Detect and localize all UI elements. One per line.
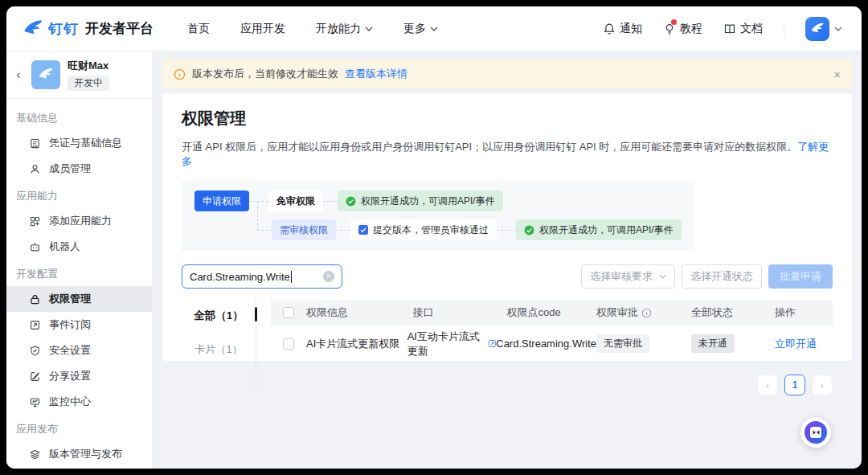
activate-now-link[interactable]: 立即开通 [775, 338, 817, 350]
sidebar-item-credentials[interactable]: 凭证与基础信息 [6, 130, 152, 156]
user-menu[interactable] [805, 17, 842, 41]
assistant-gradient-circle [805, 421, 827, 444]
permission-table: 权限信息 接口 权限点code 权限审批 全部状态 操作 [271, 300, 833, 395]
ai-assistant-button[interactable] [800, 417, 831, 448]
check-square-icon [358, 225, 368, 235]
page-description: 开通 API 权限后，应用才能以应用身份或用户身份调用钉钉API；以应用身份调用… [182, 140, 833, 169]
next-page-button[interactable]: › [812, 375, 833, 395]
table-row: AI卡片流式更新权限 AI互动卡片流式更新 Card.Streaming.Wri… [271, 326, 833, 362]
app-window: 钉钉 开发者平台 首页 应用开发 开放能力 更多 通知 教程 文档 [6, 6, 862, 469]
flow-connector [336, 230, 350, 231]
prev-page-button[interactable]: ‹ [757, 375, 778, 395]
permission-name: AI卡片流式更新权限 [306, 337, 407, 351]
logo-text-cn: 钉钉 [48, 19, 79, 39]
group-basic-info: 基础信息 [6, 104, 152, 130]
permission-card: 权限管理 开通 API 权限后，应用才能以应用身份或用户身份调用钉钉API；以应… [162, 93, 852, 361]
sidebar-item-security[interactable]: 安全设置 [6, 338, 152, 363]
view-version-link[interactable]: 查看版本详情 [345, 67, 407, 81]
app-name: 旺财Max [68, 59, 109, 73]
sidebar-item-version-release[interactable]: 版本管理与发布 [6, 441, 152, 467]
need-review-node: 需审核权限 [272, 219, 336, 240]
group-app-release: 应用发布 [6, 415, 152, 441]
select-all-checkbox[interactable] [283, 307, 294, 318]
tab-card[interactable]: 卡片（1） [182, 338, 256, 362]
tabs-divider [256, 300, 256, 395]
chevron-down-icon [365, 27, 373, 31]
active-tab-indicator [255, 307, 257, 321]
submit-version-node: 提交版本，管理员审核通过 [350, 219, 497, 240]
api-doc-link-icon[interactable] [488, 338, 497, 349]
review-badge: 无需审批 [596, 334, 649, 353]
sidebar-item-share[interactable]: 分享设置 [6, 363, 152, 389]
permission-code: Card.Streaming.Write [496, 338, 596, 350]
chevron-down-icon [834, 27, 842, 31]
robot-icon [29, 241, 41, 253]
monitor-icon [29, 396, 41, 408]
nav-home[interactable]: 首页 [187, 22, 210, 36]
row-checkbox[interactable] [283, 338, 294, 350]
credential-icon [29, 137, 41, 149]
batch-apply-button[interactable]: 批量申请 [768, 264, 833, 289]
lock-icon [29, 293, 41, 305]
no-review-node: 免审权限 [268, 190, 323, 211]
flow-vertical-connector [257, 202, 258, 230]
page-1-button[interactable]: 1 [784, 375, 805, 395]
flow-row-no-review: 申请权限 免审权限 权限开通成功，可调用API/事件 [194, 190, 682, 211]
search-input[interactable]: Card.Streaming.Write × [182, 264, 342, 289]
chevron-down-icon [430, 27, 438, 31]
no-review-result-node: 权限开通成功，可调用API/事件 [338, 190, 503, 211]
topbar-right: 通知 教程 文档 [603, 17, 842, 41]
col-permission-info: 权限信息 [306, 305, 413, 320]
top-nav: 首页 应用开发 开放能力 更多 [187, 22, 438, 36]
check-circle-icon [346, 196, 356, 207]
sidebar-item-members[interactable]: 成员管理 [6, 156, 152, 182]
collapse-sidebar-button[interactable]: ‹ [13, 68, 24, 82]
dingtalk-wing-icon [810, 22, 825, 36]
clear-search-icon[interactable]: × [323, 271, 334, 282]
col-action: 操作 [775, 305, 833, 320]
dingtalk-wing-icon [23, 18, 43, 39]
permission-table-area: 全部（1） 卡片（1） 权限信息 接口 权限点code 权 [182, 300, 833, 395]
banner-text: 版本发布后，当前修改才能生效 [192, 67, 338, 81]
assistant-logo-icon [810, 427, 821, 438]
dingtalk-logo[interactable]: 钉钉 开发者平台 [23, 18, 154, 39]
text-caret [291, 271, 292, 283]
sidebar-menu: 基础信息 凭证与基础信息 成员管理 应用能力 添加应用能力 机器人 [6, 99, 152, 467]
sidebar: ‹ 旺财Max 开发中 基础信息 凭证与基础信息 成员管理 [6, 51, 153, 469]
sidebar-item-event-subscription[interactable]: 事件订阅 [6, 312, 152, 338]
tutorial-badge-dot [671, 19, 677, 25]
sidebar-item-permission[interactable]: 权限管理 [6, 286, 152, 312]
col-permission-code: 权限点code [507, 305, 596, 320]
col-status: 全部状态 [691, 305, 775, 320]
status-filter-select[interactable]: 选择开通状态 [682, 264, 762, 289]
table-header: 权限信息 接口 权限点code 权限审批 全部状态 操作 [271, 300, 833, 326]
search-value: Card.Streaming.Write [190, 271, 290, 283]
category-tabs: 全部（1） 卡片（1） [182, 300, 256, 395]
group-dev-config: 开发配置 [6, 260, 152, 286]
sidebar-item-add-capability[interactable]: 添加应用能力 [6, 208, 152, 234]
page-title: 权限管理 [182, 108, 833, 129]
table-toolbar: Card.Streaming.Write × 选择审核要求 选择开通状态 批量申… [182, 264, 833, 289]
tutorial-link[interactable]: 教程 [663, 22, 702, 36]
version-banner: 版本发布后，当前修改才能生效 查看版本详情 × [162, 59, 852, 88]
add-capability-icon [29, 215, 41, 227]
topbar-divider [784, 22, 784, 36]
nav-open-capability[interactable]: 开放能力 [316, 22, 373, 36]
share-edit-icon [29, 371, 41, 383]
flow-connector [249, 201, 268, 202]
api-cell: AI互动卡片流式更新 [407, 330, 497, 358]
notice-link[interactable]: 通知 [603, 22, 642, 36]
nav-more[interactable]: 更多 [403, 22, 438, 36]
nav-app-dev[interactable]: 应用开发 [240, 22, 285, 36]
close-icon[interactable]: × [833, 68, 841, 81]
layers-icon [29, 448, 41, 461]
sidebar-item-monitor[interactable]: 监控中心 [6, 389, 152, 415]
pagination: ‹ 1 › [271, 375, 833, 395]
need-review-result-node: 权限开通成功，可调用API/事件 [516, 219, 682, 240]
member-icon [29, 163, 41, 175]
review-filter-select[interactable]: 选择审核要求 [581, 264, 675, 289]
docs-link[interactable]: 文档 [723, 22, 763, 36]
dingtalk-wing-icon [38, 67, 54, 83]
sidebar-item-robot[interactable]: 机器人 [6, 234, 152, 260]
tab-all[interactable]: 全部（1） [182, 304, 256, 328]
